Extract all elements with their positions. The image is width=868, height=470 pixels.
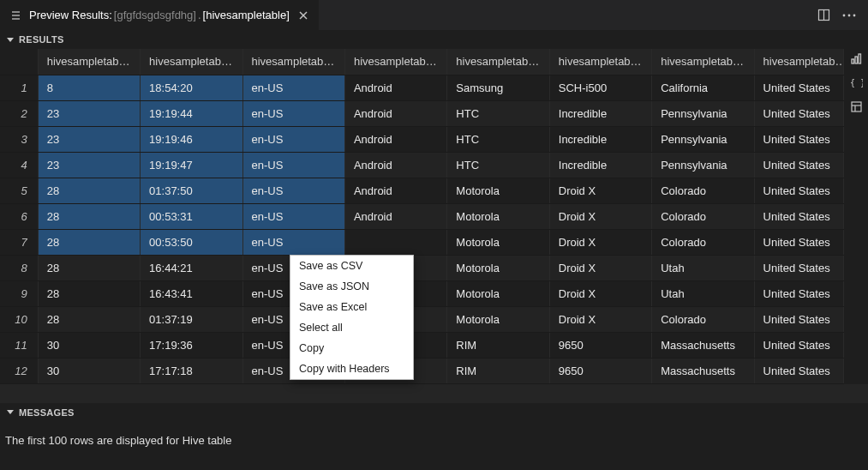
cell[interactable]: HTC (447, 100, 549, 126)
table-row[interactable]: 82816:44:21en-USMotorolaDroid XUtahUnite… (0, 255, 844, 280)
cell[interactable]: Colorado (652, 229, 754, 255)
row-number[interactable]: 4 (0, 152, 38, 178)
cell[interactable]: Incredible (549, 126, 651, 152)
cell[interactable]: Android (344, 178, 446, 203)
cell[interactable]: Motorola (447, 306, 549, 332)
column-header[interactable]: hivesampletab… (344, 49, 446, 75)
cell[interactable]: 28 (38, 255, 140, 280)
cell[interactable]: SCH-i500 (549, 75, 651, 100)
cell[interactable]: 18:54:20 (141, 75, 242, 100)
cell[interactable]: en-US (242, 126, 344, 152)
cell[interactable]: United States (754, 126, 843, 152)
cell[interactable]: 19:19:47 (141, 152, 242, 178)
column-header[interactable]: hivesampletab… (242, 49, 344, 75)
cell[interactable]: Motorola (447, 203, 549, 229)
row-number[interactable]: 1 (0, 75, 38, 100)
cell[interactable]: Massachusetts (652, 332, 754, 358)
table-row[interactable]: 22319:19:44en-USAndroidHTCIncrediblePenn… (0, 100, 844, 126)
cell[interactable]: Utah (652, 280, 754, 306)
cell[interactable]: HTC (447, 126, 549, 152)
context-menu-item[interactable]: Select all (290, 317, 413, 338)
column-header[interactable]: hivesampletab… (652, 49, 754, 75)
cell[interactable]: Utah (652, 255, 754, 280)
cell[interactable]: en-US (242, 100, 344, 126)
cell[interactable]: 30 (38, 332, 140, 358)
table-row[interactable]: 52801:37:50en-USAndroidMotorolaDroid XCo… (0, 178, 844, 203)
cell[interactable]: Droid X (549, 229, 651, 255)
cell[interactable]: RIM (447, 358, 549, 383)
cell[interactable]: Droid X (549, 255, 651, 280)
cell[interactable]: Android (344, 203, 446, 229)
row-number[interactable]: 9 (0, 280, 38, 306)
cell[interactable]: Motorola (447, 255, 549, 280)
cell[interactable]: 9650 (549, 358, 651, 383)
context-menu-item[interactable]: Save as CSV (290, 256, 413, 276)
results-grid[interactable]: hivesampletab…hivesampletab…hivesampleta… (0, 49, 844, 384)
cell[interactable]: 30 (38, 358, 140, 383)
cell[interactable]: Motorola (447, 178, 549, 203)
cell[interactable]: 16:44:21 (141, 255, 242, 280)
table-row[interactable]: 72800:53:50en-USMotorolaDroid XColoradoU… (0, 229, 844, 255)
cell[interactable]: 8 (38, 75, 140, 100)
cell[interactable]: Droid X (549, 178, 651, 203)
row-number[interactable]: 6 (0, 203, 38, 229)
cell[interactable]: 9650 (549, 332, 651, 358)
split-editor-icon[interactable] (817, 9, 830, 22)
table-row[interactable]: 32319:19:46en-USAndroidHTCIncrediblePenn… (0, 126, 844, 152)
column-header[interactable]: hivesampletab… (549, 49, 651, 75)
context-menu-item[interactable]: Copy (290, 338, 413, 359)
context-menu-item[interactable]: Copy with Headers (290, 359, 413, 379)
cell[interactable]: Pennsylvania (652, 126, 754, 152)
cell[interactable]: 28 (38, 306, 140, 332)
cell[interactable]: Droid X (549, 306, 651, 332)
cell[interactable]: Motorola (447, 229, 549, 255)
cell[interactable]: 17:17:18 (141, 358, 242, 383)
cell[interactable]: United States (754, 358, 843, 383)
cell[interactable]: en-US (242, 229, 344, 255)
cell[interactable]: United States (754, 100, 843, 126)
column-header[interactable]: hivesampletab… (754, 49, 843, 75)
close-icon[interactable] (296, 9, 310, 22)
cell[interactable]: United States (754, 332, 843, 358)
cell[interactable]: 01:37:19 (141, 306, 242, 332)
cell[interactable]: Incredible (549, 100, 651, 126)
table-row[interactable]: 62800:53:31en-USAndroidMotorolaDroid XCo… (0, 203, 844, 229)
row-number[interactable]: 12 (0, 358, 38, 383)
cell[interactable]: United States (754, 178, 843, 203)
context-menu-item[interactable]: Save as Excel (290, 297, 413, 317)
cell[interactable]: Colorado (652, 306, 754, 332)
cell[interactable]: en-US (242, 75, 344, 100)
row-number[interactable]: 7 (0, 229, 38, 255)
cell[interactable]: 00:53:50 (141, 229, 242, 255)
cell[interactable]: 00:53:31 (141, 203, 242, 229)
cell[interactable]: Droid X (549, 280, 651, 306)
row-number[interactable]: 2 (0, 100, 38, 126)
chart-icon[interactable] (847, 50, 865, 67)
cell[interactable]: Colorado (652, 203, 754, 229)
cell[interactable]: 28 (38, 280, 140, 306)
cell[interactable]: 19:19:44 (141, 100, 242, 126)
context-menu-item[interactable]: Save as JSON (290, 276, 413, 297)
cell[interactable]: 19:19:46 (141, 126, 242, 152)
cell[interactable]: Incredible (549, 152, 651, 178)
cell[interactable]: Samsung (447, 75, 549, 100)
cell[interactable]: United States (754, 280, 843, 306)
cell[interactable]: Droid X (549, 203, 651, 229)
cell[interactable]: Pennsylvania (652, 100, 754, 126)
row-number[interactable]: 11 (0, 332, 38, 358)
json-icon[interactable]: { } (847, 74, 865, 91)
cell[interactable]: 01:37:50 (141, 178, 242, 203)
cell[interactable]: en-US (242, 152, 344, 178)
cell[interactable]: Android (344, 75, 446, 100)
cell[interactable]: Android (344, 126, 446, 152)
row-number[interactable]: 8 (0, 255, 38, 280)
table-row[interactable]: 102801:37:19en-USMotorolaDroid XColorado… (0, 306, 844, 332)
row-number[interactable]: 5 (0, 178, 38, 203)
cell[interactable]: en-US (242, 178, 344, 203)
editor-tab-preview-results[interactable]: Preview Results: [gfgfdsgdsgfdhg] . [hiv… (0, 0, 319, 30)
cell[interactable]: en-US (242, 203, 344, 229)
table-row[interactable]: 1818:54:20en-USAndroidSamsungSCH-i500Cal… (0, 75, 844, 100)
column-header[interactable]: hivesampletab… (38, 49, 140, 75)
cell[interactable]: United States (754, 152, 843, 178)
row-number[interactable]: 10 (0, 306, 38, 332)
